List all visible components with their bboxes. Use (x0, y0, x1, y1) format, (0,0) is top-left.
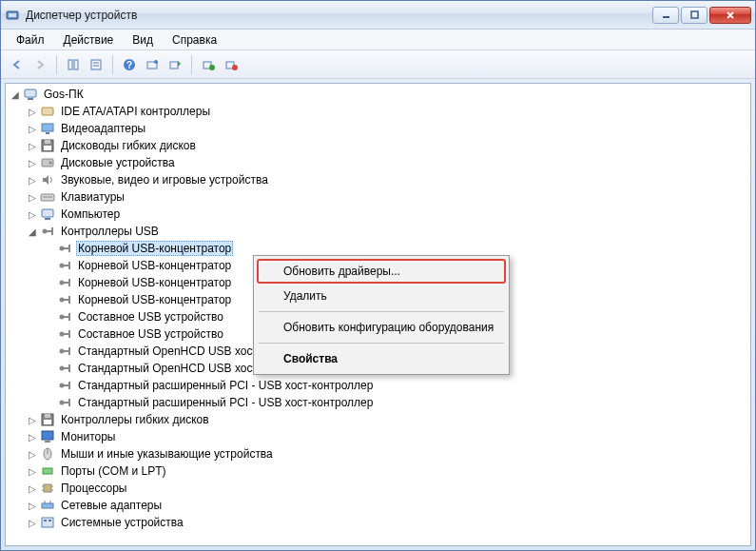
update-driver-button[interactable] (165, 54, 185, 75)
titlebar: Диспетчер устройств (1, 1, 755, 30)
tree-device[interactable]: Стандартный расширенный PCI - USB хост-к… (6, 394, 750, 411)
expand-icon[interactable]: ▷ (27, 140, 38, 151)
close-button[interactable] (709, 7, 751, 24)
menu-action[interactable]: Действие (56, 31, 122, 49)
ctx-update-drivers[interactable]: Обновить драйверы... (257, 259, 506, 284)
svg-rect-6 (91, 60, 101, 69)
device-icon (40, 515, 55, 530)
tree-category[interactable]: ▷Дисковые устройства (6, 154, 750, 171)
expand-icon[interactable]: ▷ (27, 157, 38, 168)
expander-none (44, 243, 55, 254)
tree-category[interactable]: ▷Порты (COM и LPT) (6, 462, 750, 480)
expand-icon[interactable]: ▷ (27, 106, 38, 117)
expander-none (44, 363, 55, 374)
expand-icon[interactable]: ▷ (27, 448, 38, 460)
expand-icon[interactable]: ▷ (27, 414, 38, 425)
tree-category[interactable]: ▷Компьютер (6, 206, 750, 223)
ctx-separator (259, 343, 504, 344)
device-icon (40, 412, 55, 427)
tree-category[interactable]: ▷Видеоадаптеры (6, 120, 750, 137)
svg-rect-30 (42, 209, 53, 217)
expand-icon[interactable]: ▷ (27, 500, 38, 511)
device-icon (40, 207, 55, 222)
maximize-button[interactable] (681, 7, 708, 24)
tree-category[interactable]: ▷IDE ATA/ATAPI контроллеры (6, 103, 750, 120)
svg-text:?: ? (126, 60, 132, 70)
ctx-delete[interactable]: Удалить (257, 284, 506, 308)
device-label: Системные устройства (59, 516, 185, 529)
show-hide-tree-button[interactable] (63, 54, 84, 75)
svg-rect-3 (691, 11, 698, 18)
expand-icon[interactable]: ▷ (27, 517, 38, 528)
svg-rect-40 (68, 262, 70, 269)
tree-category[interactable]: ▷Мыши и иные указывающие устройства (6, 445, 750, 462)
expander-none (44, 397, 55, 408)
device-icon (40, 104, 55, 119)
tree-category[interactable]: ▷Сетевые адаптеры (6, 497, 750, 514)
device-label: Сетевые адаптеры (59, 499, 164, 512)
tree-category[interactable]: ▷Процессоры (6, 480, 750, 497)
tree-category[interactable]: ▷Мониторы (6, 428, 750, 445)
svg-rect-19 (28, 98, 33, 100)
svg-rect-43 (68, 279, 70, 286)
ctx-properties[interactable]: Свойства (257, 346, 506, 371)
expand-icon[interactable]: ▷ (27, 431, 38, 443)
tree-category[interactable]: ▷Дисководы гибких дисков (6, 137, 750, 154)
scan-hardware-button[interactable] (142, 54, 163, 75)
device-icon (57, 344, 72, 359)
tree-category[interactable]: ◢Контроллеры USB (6, 223, 750, 240)
device-label: Контроллеры гибких дисков (59, 413, 211, 426)
svg-rect-68 (42, 431, 53, 440)
menu-help[interactable]: Справка (165, 31, 224, 49)
help-button[interactable]: ? (119, 54, 140, 75)
menu-view[interactable]: Вид (125, 31, 161, 49)
svg-rect-67 (44, 420, 51, 424)
device-label: Дисководы гибких дисков (59, 139, 198, 152)
expand-icon[interactable]: ▷ (27, 123, 38, 134)
tree-device[interactable]: Стандартный расширенный PCI - USB хост-к… (6, 377, 750, 394)
collapse-icon[interactable]: ◢ (27, 226, 38, 237)
expand-icon[interactable]: ▷ (27, 191, 38, 203)
device-label: Составное USB устройство (76, 310, 225, 324)
svg-rect-37 (68, 245, 70, 252)
expander-none (44, 380, 55, 391)
svg-point-38 (60, 264, 65, 268)
svg-rect-46 (68, 296, 70, 304)
minimize-button[interactable] (652, 7, 679, 24)
svg-point-15 (209, 65, 215, 70)
svg-point-32 (43, 229, 48, 234)
disable-button[interactable] (221, 54, 242, 75)
device-label: Мониторы (59, 430, 117, 443)
expand-icon[interactable]: ▷ (27, 465, 38, 477)
forward-button[interactable] (29, 54, 50, 75)
tree-category[interactable]: ▷Звуковые, видео и игровые устройства (6, 171, 750, 188)
tree-category[interactable]: ▷Клавиатуры (6, 188, 750, 206)
tree-category[interactable]: ▷Системные устройства (6, 514, 750, 531)
device-icon (57, 378, 72, 393)
device-label: Стандартный расширенный PCI - USB хост-к… (76, 396, 375, 409)
device-label: IDE ATA/ATAPI контроллеры (59, 105, 212, 118)
svg-point-41 (60, 281, 65, 285)
svg-rect-5 (74, 60, 78, 69)
tree-category[interactable]: ▷Контроллеры гибких дисков (6, 411, 750, 428)
device-label: Составное USB устройство (76, 327, 225, 341)
svg-point-56 (60, 366, 65, 371)
expand-icon[interactable]: ▷ (27, 208, 38, 220)
expand-icon[interactable]: ▷ (27, 174, 38, 186)
svg-rect-21 (42, 124, 53, 131)
properties-button[interactable] (86, 54, 107, 75)
menu-file[interactable]: Файл (9, 31, 52, 49)
tree-root[interactable]: ◢Gos-ПК (6, 86, 750, 103)
expand-icon[interactable]: ▷ (27, 482, 38, 494)
svg-rect-64 (68, 399, 70, 406)
device-label: Корневой USB-концентратор (76, 276, 233, 289)
device-icon (40, 463, 55, 479)
device-icon (40, 224, 55, 239)
expander-none (44, 294, 55, 305)
back-button[interactable] (7, 54, 28, 75)
device-icon (40, 189, 55, 205)
collapse-icon[interactable]: ◢ (10, 89, 21, 100)
uninstall-button[interactable] (198, 54, 219, 75)
ctx-scan-hardware[interactable]: Обновить конфигурацию оборудования (257, 315, 506, 340)
device-label: Порты (COM и LPT) (59, 464, 168, 478)
